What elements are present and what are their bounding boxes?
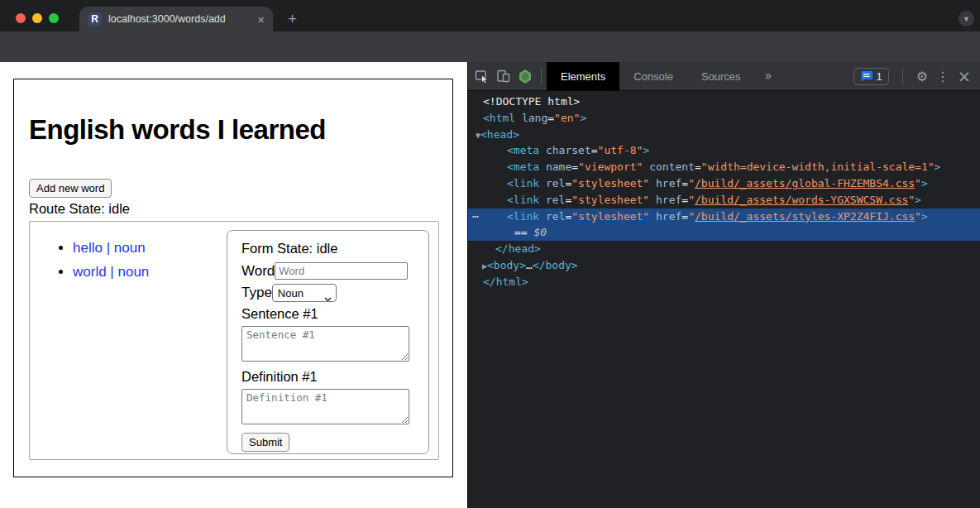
code-token: </head>	[495, 242, 541, 255]
macos-minimize-button[interactable]	[32, 13, 42, 23]
code-token: $0	[533, 226, 547, 238]
device-toolbar-icon[interactable]	[493, 65, 514, 87]
code-token	[539, 144, 546, 156]
screen: R localhost:3000/words/add × + ▼ ← → ↻ i…	[0, 0, 980, 508]
code-token: =	[547, 112, 554, 124]
browser-tab[interactable]: R localhost:3000/words/add ×	[79, 7, 273, 31]
code-token: </body>	[533, 259, 578, 271]
definition-textarea[interactable]	[241, 389, 409, 424]
remix-favicon-icon: R	[88, 12, 102, 26]
code-token: <link	[507, 194, 539, 206]
word-field-label: Word	[241, 263, 275, 280]
inspect-element-icon[interactable]	[471, 65, 493, 87]
code-token: /build/_assets/styles-XP2Z4FIJ.css	[695, 210, 915, 223]
code-token	[539, 194, 546, 206]
code-token	[539, 177, 546, 189]
code-token: "width=device-width,initial-scale=1"	[701, 161, 935, 173]
issues-chat-icon	[860, 70, 872, 82]
devtools-tab-elements[interactable]: Elements	[547, 62, 619, 91]
code-token: >	[935, 161, 941, 173]
type-field-label: Type	[241, 285, 272, 301]
devtools-code-line[interactable]: </head>	[468, 241, 980, 257]
devtools-tab-console[interactable]: Console	[619, 62, 687, 91]
code-token: <body>	[487, 259, 526, 271]
code-token: /build/_assets/words-YGXSWCSW.css	[695, 194, 908, 206]
code-token: "utf-8"	[598, 144, 643, 156]
add-new-word-button[interactable]: Add new word	[29, 179, 112, 198]
code-token: href	[656, 194, 681, 206]
code-token	[539, 210, 546, 223]
new-tab-button[interactable]: +	[288, 10, 297, 28]
tab-search-button[interactable]: ▼	[958, 11, 974, 26]
devtools-code-line[interactable]: <!DOCTYPE html>	[468, 93, 980, 110]
browser-tab-strip: R localhost:3000/words/add × + ▼	[0, 0, 980, 31]
macos-zoom-button[interactable]	[49, 13, 59, 23]
code-token: =	[591, 144, 598, 156]
devtools-close-icon[interactable]: ×	[958, 67, 971, 85]
extension-hexagon-icon[interactable]	[514, 65, 536, 87]
code-token: <link	[507, 177, 539, 189]
code-token: =	[571, 161, 578, 173]
code-token: >	[580, 112, 586, 124]
code-token: <head>	[480, 128, 519, 141]
code-token: <link	[507, 210, 539, 223]
add-word-form: Form State: idle Word Type Noun Sentence…	[227, 230, 429, 454]
devtools-elements-tree: <!DOCTYPE html><html lang="en">▼<head><m…	[468, 92, 980, 508]
form-state-text: Form State: idle	[241, 241, 414, 256]
code-token: >	[921, 177, 928, 189]
devtools-code-line[interactable]: <link rel="stylesheet" href="/build/_ass…	[468, 175, 980, 192]
devtools-code-line[interactable]: ▼<head>	[468, 127, 980, 143]
code-token: <!DOCTYPE html>	[483, 95, 580, 108]
code-token: "	[688, 177, 695, 189]
toolbar-divider	[541, 69, 542, 84]
code-token: rel	[546, 177, 565, 189]
code-token	[515, 112, 522, 124]
code-token: ==	[514, 226, 533, 238]
code-token: "	[908, 194, 915, 206]
code-token: "en"	[554, 112, 580, 124]
devtools-menu-icon[interactable]: ⋮	[936, 69, 949, 84]
sentence-textarea[interactable]	[241, 326, 409, 362]
devtools-tabs: ElementsConsoleSources	[547, 62, 755, 91]
word-list-item: world | noun	[73, 264, 149, 280]
sentence-field-label: Sentence #1	[241, 306, 414, 322]
submit-button[interactable]: Submit	[241, 433, 289, 452]
code-token	[539, 161, 546, 173]
code-token: >	[915, 194, 921, 206]
word-list-item: hello | noun	[73, 240, 149, 256]
word-link[interactable]: hello | noun	[73, 240, 146, 256]
code-token: </html>	[483, 276, 528, 288]
code-token: =	[681, 177, 688, 189]
code-token: charset	[546, 144, 591, 156]
code-token: >	[643, 144, 649, 156]
issues-badge[interactable]: 1	[853, 68, 889, 85]
word-list: hello | nounworld | noun	[30, 240, 149, 288]
macos-close-button[interactable]	[16, 13, 26, 23]
page-title: English words I learned	[29, 114, 326, 146]
devtools-code-line[interactable]: ▶<body>…</body>	[468, 257, 980, 274]
code-token	[649, 177, 656, 189]
devtools-panel: ElementsConsoleSources » 1 ⚙ ⋮ × <!DOCTY…	[467, 62, 980, 508]
devtools-code-line[interactable]: ⋯<link rel="stylesheet" href="/build/_as…	[468, 208, 980, 225]
code-token: "	[688, 194, 695, 206]
devtools-settings-icon[interactable]: ⚙	[916, 69, 928, 84]
code-token: <meta	[507, 161, 539, 173]
code-token: <html	[483, 112, 515, 124]
devtools-tab-sources[interactable]: Sources	[687, 62, 755, 91]
devtools-code-line[interactable]: <meta name="viewport" content="width=dev…	[468, 159, 980, 175]
more-tabs-icon[interactable]: »	[755, 69, 782, 84]
type-select[interactable]: Noun	[272, 284, 337, 302]
code-token: "stylesheet"	[571, 194, 649, 206]
word-link[interactable]: world | noun	[73, 264, 149, 280]
devtools-code-line[interactable]: <html lang="en">	[468, 110, 980, 127]
devtools-code-line[interactable]: <meta charset="utf-8">	[468, 142, 980, 159]
words-panel: hello | nounworld | noun Form State: idl…	[29, 221, 439, 460]
devtools-code-line[interactable]: == $0	[468, 224, 980, 241]
devtools-code-line[interactable]: <link rel="stylesheet" href="/build/_ass…	[468, 192, 980, 208]
line-actions-icon[interactable]: ⋯	[472, 208, 479, 225]
code-token: /build/_assets/global-FHZEMBS4.css	[695, 177, 915, 189]
tab-close-icon[interactable]: ×	[257, 13, 265, 26]
word-input[interactable]	[275, 262, 408, 280]
code-token	[649, 194, 656, 206]
devtools-code-line[interactable]: </html>	[468, 274, 980, 290]
